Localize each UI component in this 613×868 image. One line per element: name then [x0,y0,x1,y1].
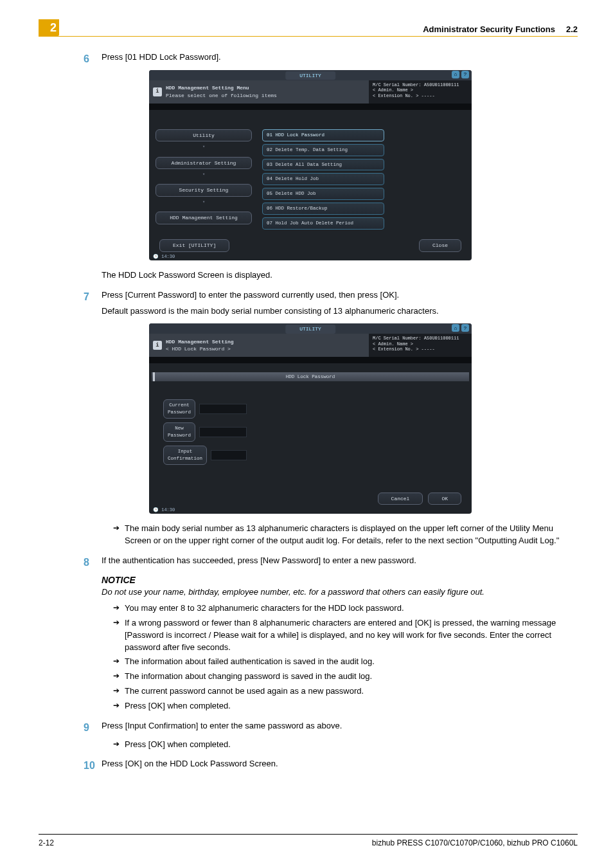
bullet: The main body serial number as 13 alphan… [113,523,574,547]
step-text: Press [Input Confirmation] to enter the … [102,721,342,730]
serial-label: M/C Serial Number: A50U011000111 [373,336,468,341]
nav-utility[interactable]: Utility [155,129,252,142]
utility-pill: UTILITY [285,71,335,80]
utility-pill: UTILITY [285,325,335,334]
bullet: You may enter 8 to 32 alphanumeric chara… [113,602,574,615]
help-icon[interactable]: ? [461,71,469,78]
step-text: Press [01 HDD Lock Password]. [102,52,221,62]
input-confirmation-button[interactable]: Input Confirmation [163,446,207,465]
info-icon: i [153,87,162,96]
new-password-field[interactable] [199,427,247,437]
delete-hold-job-button[interactable]: 04 Delete Hold Job [262,173,384,185]
bullet: If a wrong password or fewer than 8 alph… [113,617,574,654]
header-section: 2.2 [566,24,578,34]
serial-label: M/C Serial Number: A50U011000111 [373,82,468,87]
admin-label: < Admin. Name > [373,87,468,93]
footer-model: bizhub PRESS C1070/C1070P/C1060, bizhub … [372,838,578,847]
confirm-password-field[interactable] [211,450,247,460]
step-number: 8 [84,555,89,570]
nav-hdd-mgmt[interactable]: HDD Management Setting [155,212,252,224]
home-icon[interactable]: ⌂ [452,324,459,332]
bullet: The information about changing password … [113,671,574,683]
bullet: Press [OK] when completed. [113,739,574,751]
step-text-2: Default password is the main body serial… [102,305,574,318]
ext-label: < Extension No. > ----- [373,93,468,98]
current-password-button[interactable]: Current Password [163,399,195,419]
clock: 🕒 14:30 [153,253,175,260]
step-text: Press [Current Password] to enter the pa… [102,289,574,302]
step-text: Press [OK] on the HDD Lock Password Scre… [102,759,278,768]
step-number: 7 [84,289,89,304]
nav-admin-setting[interactable]: Administrator Setting [155,157,252,170]
ext-label: < Extension No. > ----- [373,347,468,352]
step-number: 10 [84,758,95,773]
header-rule [39,36,578,37]
clock: 🕒 14:30 [153,507,175,513]
step-text: If the authentication has succeeded, pre… [102,556,416,565]
admin-label: < Admin. Name > [373,341,468,347]
cancel-button[interactable]: Cancel [378,493,423,505]
home-icon[interactable]: ⌂ [452,71,459,78]
help-icon[interactable]: ? [461,324,469,332]
new-password-button[interactable]: New Password [163,422,195,442]
step-number: 9 [84,720,89,735]
bullet: Press [OK] when completed. [113,700,574,712]
chevron-down-icon: ▾ [155,199,252,205]
step-9: 9 Press [Input Confirmation] to enter th… [102,720,574,732]
info-line1: HDD Management Setting [166,338,234,346]
notice-heading: NOTICE [102,574,574,586]
step-number: 6 [84,51,89,66]
delete-hdd-job-button[interactable]: 05 Delete HDD Job [262,188,384,200]
delete-all-data-button[interactable]: 03 Delete All Data Setting [262,159,384,171]
info-icon: i [153,341,162,350]
info-line2: < HDD Lock Password > [166,345,234,353]
ok-button[interactable]: OK [428,493,461,505]
current-password-field[interactable] [199,404,247,414]
step-7: 7 Press [Current Password] to enter the … [102,289,574,318]
chevron-down-icon: ▾ [155,171,252,177]
close-button[interactable]: Close [419,239,461,252]
delete-temp-data-button[interactable]: 02 Delete Temp. Data Setting [262,144,384,156]
chevron-down-icon: ▾ [155,143,252,150]
info-line1: HDD Management Setting Menu [166,84,277,92]
hdd-lock-password-button[interactable]: 01 HDD Lock Password [262,129,384,141]
bullet: The information about failed authenticat… [113,656,574,668]
section-header: HDD Lock Password [152,372,469,381]
bullet: The current password cannot be used agai… [113,685,574,698]
chapter-tab: 2 [39,19,59,36]
utility-screenshot-2: UTILITY ⌂ ? i HDD Management Setting < H… [149,323,472,514]
page-number: 2-12 [39,838,54,847]
utility-screenshot-1: UTILITY ⌂ ? i HDD Management Setting Men… [149,70,472,260]
step-6: 6 Press [01 HDD Lock Password]. [102,51,574,64]
caption-1: The HDD Lock Password Screen is displaye… [102,269,574,282]
step-8: 8 If the authentication has succeeded, p… [102,555,574,567]
hdd-restore-backup-button[interactable]: 06 HDD Restore/Backup [262,203,384,215]
hold-job-auto-delete-button[interactable]: 07 Hold Job Auto Delete Period [262,217,384,230]
info-line2: Please select one of following items [166,92,277,100]
exit-utility-button[interactable]: Exit [UTILITY] [159,239,229,252]
notice-body: Do not use your name, birthday, employee… [102,586,574,599]
nav-security-setting[interactable]: Security Setting [155,184,252,197]
header-title: Administrator Security Functions [423,24,555,34]
step-10: 10 Press [OK] on the HDD Lock Password S… [102,758,574,770]
